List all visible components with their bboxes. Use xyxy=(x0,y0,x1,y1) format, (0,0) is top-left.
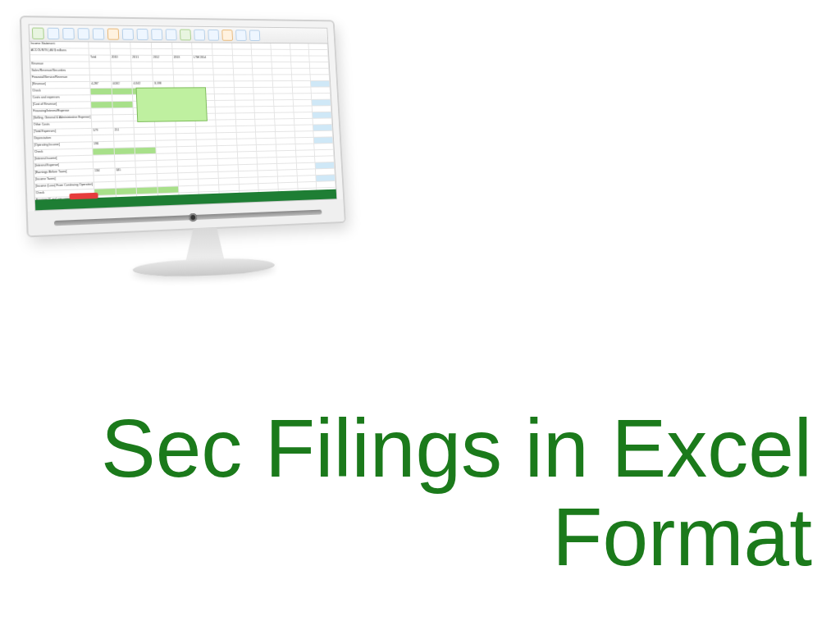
monitor-stand-neck xyxy=(185,227,225,262)
status-badge xyxy=(69,193,98,199)
monitor-screen: Income Statement ACCOUNTS | All $ millio… xyxy=(29,24,338,211)
cell-tooltip xyxy=(136,87,208,122)
sheet-subtitle: ACCOUNTS | All $ millions xyxy=(30,48,89,55)
monitor-frame: Income Statement ACCOUNTS | All $ millio… xyxy=(20,16,346,237)
monitor-stand-base xyxy=(133,257,275,278)
speaker-vent-right xyxy=(231,210,322,219)
spreadsheet-grid: Income Statement ACCOUNTS | All $ millio… xyxy=(30,42,336,200)
slide-headline: Sec Filings in Excel Format xyxy=(101,404,812,581)
monitor-illustration: Income Statement ACCOUNTS | All $ millio… xyxy=(25,16,386,328)
speaker-vent-left xyxy=(54,212,247,226)
excel-ribbon xyxy=(30,25,328,43)
camera-icon xyxy=(189,213,197,221)
headline-line-2: Format xyxy=(101,492,812,581)
headline-line-1: Sec Filings in Excel xyxy=(101,404,812,492)
